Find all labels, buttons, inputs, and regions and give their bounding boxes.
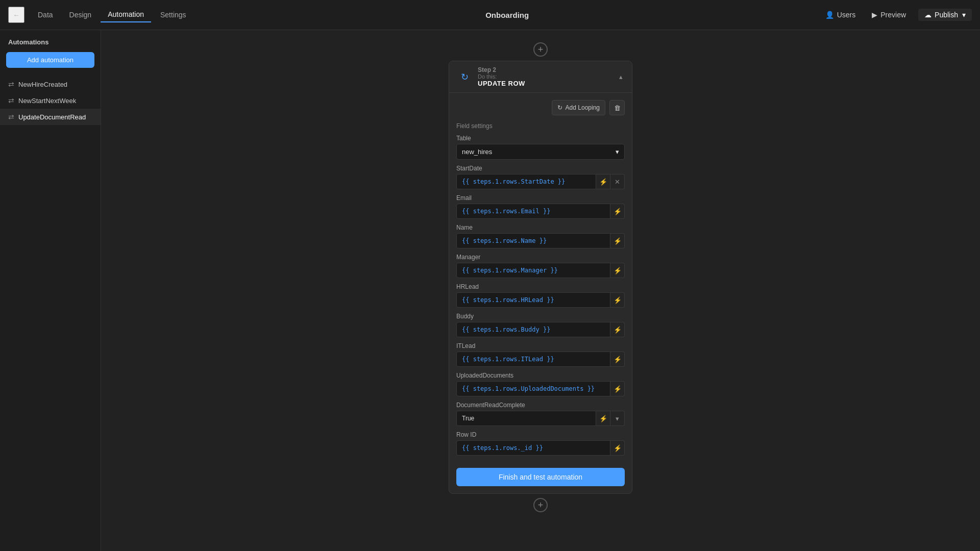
publish-icon: ☁ (924, 11, 932, 19)
sidebar-item-newStartNextWeek[interactable]: ⇄ NewStartNextWeek (0, 92, 101, 109)
field-label-documentreadcomplete: DocumentReadComplete (456, 402, 625, 409)
tab-design[interactable]: Design (62, 8, 99, 22)
field-input-row-buddy: {{ steps.1.rows.Buddy }} ⚡ (456, 322, 625, 337)
tab-settings[interactable]: Settings (153, 8, 193, 22)
name-input[interactable]: {{ steps.1.rows.Name }} (456, 233, 610, 248)
step-body: ↻ Add Looping 🗑 Field settings Table new… (449, 93, 632, 493)
trash-icon: 🗑 (614, 104, 621, 112)
documentreadcomplete-lightning-button[interactable]: ⚡ (596, 411, 610, 426)
email-lightning-button[interactable]: ⚡ (610, 204, 625, 219)
email-input[interactable]: {{ steps.1.rows.Email }} (456, 204, 610, 219)
field-label-buddy: Buddy (456, 313, 625, 320)
field-settings-title: Field settings (456, 122, 625, 130)
chevron-up-icon: ▴ (619, 73, 623, 81)
sidebar: Automations Add automation ⇄ NewHireCrea… (0, 30, 101, 551)
field-input-row-documentreadcomplete: True ⚡ ▾ (456, 411, 625, 426)
field-label-rowid: Row ID (456, 431, 625, 438)
sidebar-item-label-1: NewHireCreated (18, 81, 67, 88)
manager-input[interactable]: {{ steps.1.rows.Manager }} (456, 263, 610, 278)
manager-lightning-button[interactable]: ⚡ (610, 263, 625, 278)
preview-icon: ▶ (872, 11, 877, 19)
buddy-input[interactable]: {{ steps.1.rows.Buddy }} (456, 322, 610, 337)
startdate-clear-button[interactable]: ✕ (610, 174, 625, 189)
field-input-row-rowid: {{ steps.1.rows._id }} ⚡ (456, 440, 625, 456)
publish-chevron-icon: ▾ (962, 11, 966, 19)
delete-step-button[interactable]: 🗑 (609, 100, 625, 115)
field-group-hrlead: HRLead {{ steps.1.rows.HRLead }} ⚡ (456, 283, 625, 308)
rowid-input[interactable]: {{ steps.1.rows._id }} (456, 440, 610, 456)
nav-tabs: Data Design Automation Settings (31, 7, 193, 22)
field-input-row-uploadeddocuments: {{ steps.1.rows.UploadedDocuments }} ⚡ (456, 381, 625, 396)
rowid-lightning-button[interactable]: ⚡ (610, 440, 625, 456)
field-group-uploadeddocuments: UploadedDocuments {{ steps.1.rows.Upload… (456, 372, 625, 396)
startdate-input[interactable]: {{ steps.1.rows.StartDate }} (456, 174, 596, 189)
layout: Automations Add automation ⇄ NewHireCrea… (0, 30, 980, 551)
step-header: ↻ Step 2 Do this: UPDATE ROW ▴ (449, 61, 632, 93)
add-looping-label: Add Looping (566, 104, 600, 111)
field-input-row-itlead: {{ steps.1.rows.ITLead }} ⚡ (456, 352, 625, 367)
itlead-lightning-button[interactable]: ⚡ (610, 352, 625, 367)
field-input-row-manager: {{ steps.1.rows.Manager }} ⚡ (456, 263, 625, 278)
field-group-startdate: StartDate {{ steps.1.rows.StartDate }} ⚡… (456, 165, 625, 189)
users-button[interactable]: 👤 Users (821, 9, 860, 21)
field-group-itlead: ITLead {{ steps.1.rows.ITLead }} ⚡ (456, 342, 625, 367)
itlead-input[interactable]: {{ steps.1.rows.ITLead }} (456, 352, 610, 367)
field-input-row-hrlead: {{ steps.1.rows.HRLead }} ⚡ (456, 292, 625, 308)
field-group-email: Email {{ steps.1.rows.Email }} ⚡ (456, 194, 625, 219)
add-step-top-button[interactable]: + (533, 42, 548, 57)
field-label-email: Email (456, 194, 625, 202)
name-lightning-button[interactable]: ⚡ (610, 233, 625, 248)
preview-button[interactable]: ▶ Preview (868, 9, 910, 21)
sidebar-item-icon-1: ⇄ (8, 80, 14, 88)
publish-label: Publish (935, 11, 958, 19)
sidebar-item-icon-2: ⇄ (8, 96, 14, 105)
field-input-row-name: {{ steps.1.rows.Name }} ⚡ (456, 233, 625, 248)
documentreadcomplete-input[interactable]: True (456, 411, 596, 426)
back-button[interactable]: ← (8, 7, 24, 23)
tab-automation[interactable]: Automation (101, 7, 151, 22)
field-group-documentreadcomplete: DocumentReadComplete True ⚡ ▾ (456, 402, 625, 426)
table-select[interactable]: new_hires ▾ (456, 144, 625, 160)
sidebar-item-updateDocumentRead[interactable]: ⇄ UpdateDocumentRead (0, 109, 101, 125)
startdate-lightning-button[interactable]: ⚡ (596, 174, 610, 189)
field-input-row-startdate: {{ steps.1.rows.StartDate }} ⚡ ✕ (456, 174, 625, 189)
add-automation-button[interactable]: Add automation (6, 52, 94, 68)
field-label-hrlead: HRLead (456, 283, 625, 290)
sidebar-item-newHireCreated[interactable]: ⇄ NewHireCreated (0, 76, 101, 92)
plus-icon-top: + (538, 44, 544, 55)
collapse-button[interactable]: ▴ (617, 71, 625, 83)
field-group-rowid: Row ID {{ steps.1.rows._id }} ⚡ (456, 431, 625, 456)
preview-label: Preview (880, 11, 906, 19)
back-icon: ← (13, 11, 19, 19)
uploadeddocuments-input[interactable]: {{ steps.1.rows.UploadedDocuments }} (456, 381, 610, 396)
sidebar-item-label-2: NewStartNextWeek (18, 97, 76, 105)
field-label-startdate: StartDate (456, 165, 625, 172)
hrlead-input[interactable]: {{ steps.1.rows.HRLead }} (456, 292, 610, 308)
table-field-group: Table new_hires ▾ (456, 135, 625, 160)
step-action: UPDATE ROW (478, 80, 617, 87)
field-label-name: Name (456, 224, 625, 231)
sidebar-item-icon-3: ⇄ (8, 113, 14, 121)
looping-icon: ↻ (557, 104, 562, 111)
finish-test-automation-button[interactable]: Finish and test automation (456, 468, 625, 486)
tab-data[interactable]: Data (31, 8, 60, 22)
step-card: ↻ Step 2 Do this: UPDATE ROW ▴ ↻ Add Loo… (449, 61, 632, 494)
uploadeddocuments-lightning-button[interactable]: ⚡ (610, 381, 625, 396)
buddy-lightning-button[interactable]: ⚡ (610, 322, 625, 337)
users-icon: 👤 (825, 11, 834, 19)
documentreadcomplete-chevron-button[interactable]: ▾ (610, 411, 625, 426)
page-title: Onboarding (193, 11, 821, 19)
add-looping-button[interactable]: ↻ Add Looping (552, 100, 605, 115)
add-step-bottom-button[interactable]: + (533, 498, 548, 512)
field-label-itlead: ITLead (456, 342, 625, 349)
step-number: Step 2 (478, 66, 617, 73)
step-do-this: Do this: (478, 73, 617, 80)
field-input-row-email: {{ steps.1.rows.Email }} ⚡ (456, 204, 625, 219)
sidebar-item-label-3: UpdateDocumentRead (18, 113, 86, 121)
publish-button[interactable]: ☁ Publish ▾ (918, 9, 972, 21)
field-label-uploadeddocuments: UploadedDocuments (456, 372, 625, 379)
step-info: Step 2 Do this: UPDATE ROW (478, 66, 617, 87)
nav-actions: 👤 Users ▶ Preview ☁ Publish ▾ (821, 9, 972, 21)
hrlead-lightning-button[interactable]: ⚡ (610, 292, 625, 308)
sidebar-title: Automations (0, 38, 101, 52)
